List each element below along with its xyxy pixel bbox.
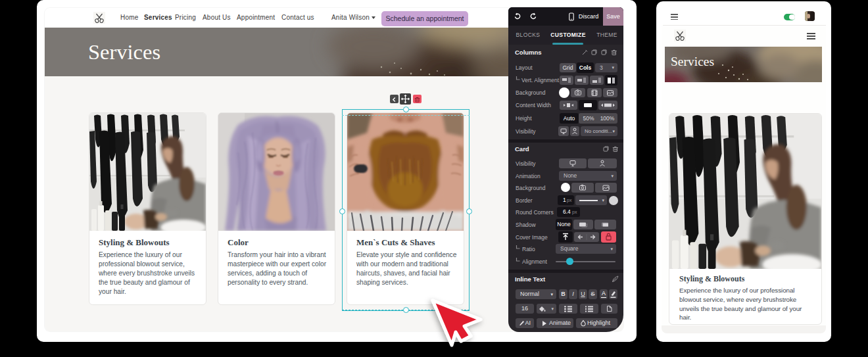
svg-text:Services: Services [88,40,160,64]
svg-text:Services: Services [671,55,714,68]
